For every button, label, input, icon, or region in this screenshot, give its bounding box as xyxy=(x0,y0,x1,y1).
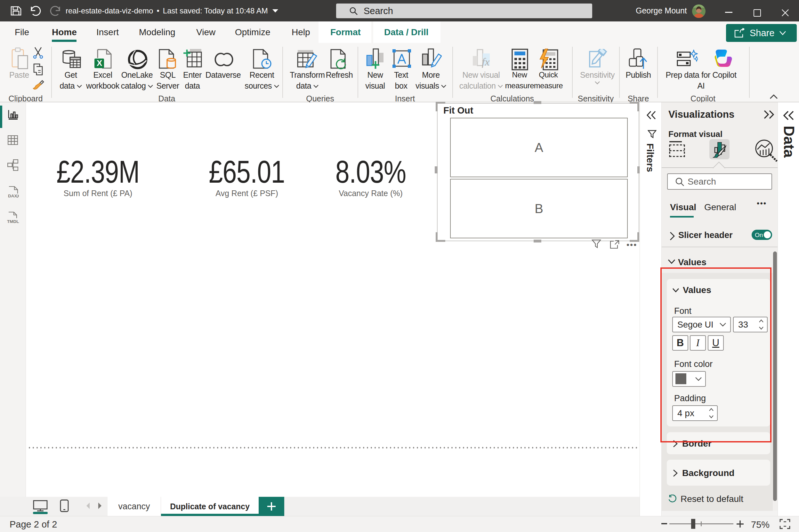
svg-text:TMDL: TMDL xyxy=(7,219,19,224)
svg-text:X: X xyxy=(97,58,103,68)
svg-text:DAX: DAX xyxy=(8,193,17,198)
svg-text:fx: fx xyxy=(482,56,490,68)
